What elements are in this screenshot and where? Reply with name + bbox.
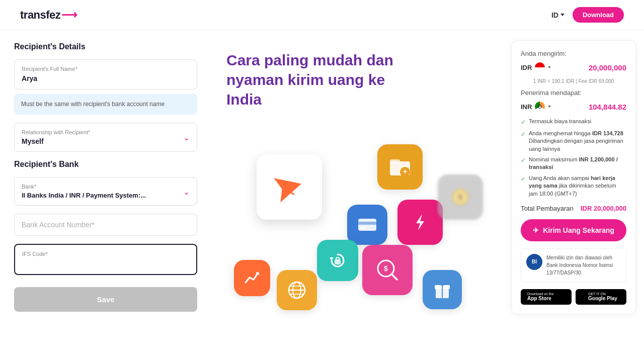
search-dollar-icon: $ (362, 245, 413, 295)
wallet-icon (347, 205, 387, 245)
googleplay-text: GET IT ON Google Play (588, 292, 617, 301)
relationship-group: Relationship with Recipient* Myself ⌄ (14, 123, 197, 152)
svg-rect-19 (335, 259, 341, 264)
fullname-input[interactable] (22, 74, 190, 82)
send-button[interactable]: ✈ Kirim Uang Sekarang (521, 219, 626, 241)
header-right: ID Download (551, 7, 624, 23)
benefit-item-4: ✓ Uang Anda akan sampai hari kerja yang … (521, 174, 626, 198)
fullname-hint: Must be the same with recipient's bank a… (14, 94, 197, 115)
appstore-text: Download on the App Store (527, 292, 554, 301)
save-button[interactable]: Save (14, 287, 197, 312)
benefit-item-3: ✓ Nominal maksimum INR 1,200,000 / trans… (521, 156, 626, 171)
folder-icon: + (377, 144, 423, 190)
relationship-chevron-icon: ⌄ (183, 133, 190, 142)
lang-selector[interactable]: ID (551, 11, 565, 19)
svg-marker-9 (416, 214, 424, 230)
bank-indonesia-logo: BI (526, 254, 542, 270)
fullname-label: Recipient's Full Name* (22, 66, 190, 72)
sending-chevron-icon (548, 66, 551, 68)
chevron-down-icon (560, 14, 565, 16)
account-number-input[interactable] (22, 221, 190, 229)
bank-label: Bank* (22, 184, 190, 190)
id-flag-icon (535, 62, 545, 72)
total-label: Total Pembayaran (521, 205, 574, 212)
sending-currency-code: IDR (521, 64, 532, 71)
middle-panel: Cara paling mudah dan nyaman kirim uang … (211, 30, 503, 362)
relationship-value: Myself (22, 137, 190, 145)
recipient-details-title: Recipient's Details (14, 42, 197, 51)
sending-label: Anda mengirim: (521, 50, 626, 57)
bank-chevron-icon: ⌄ (183, 187, 190, 196)
svg-marker-0 (274, 171, 304, 202)
logo: transfez⟶ (20, 9, 77, 22)
lightning-icon (397, 200, 443, 245)
fullname-group: Recipient's Full Name* Must be the same … (14, 59, 197, 115)
license-text: Memiliki izin dan diawasi oleh Bank Indo… (546, 254, 621, 277)
bank-group: Bank* ll Banks India / INR / Payment Sys… (14, 177, 197, 206)
bank-field[interactable]: Bank* ll Banks India / INR / Payment Sys… (14, 177, 197, 206)
in-flag-icon (535, 102, 545, 112)
benefit-item-1: ✓ Termasuk biaya transaksi (521, 118, 626, 127)
sending-currency-select[interactable]: IDR (521, 62, 551, 72)
total-row: Total Pembayaran IDR 20,000,000 (521, 205, 626, 212)
main-layout: Recipient's Details Recipient's Full Nam… (0, 30, 644, 362)
check-icon-1: ✓ (521, 118, 526, 127)
receiving-currency-select[interactable]: INR (521, 102, 551, 112)
refresh-icon (317, 240, 358, 281)
svg-point-12 (256, 272, 259, 275)
gift-icon (423, 270, 462, 309)
send-button-label: Kirim Uang Sekarang (543, 226, 614, 234)
paper-plane-icon (257, 154, 322, 220)
right-panel: Anda mengirim: IDR 20,000,000 1 INR = 19… (503, 30, 644, 362)
svg-rect-8 (360, 227, 366, 229)
ifs-code-field[interactable]: IFS Code* (14, 244, 197, 275)
check-icon-3: ✓ (521, 156, 526, 165)
svg-rect-7 (358, 222, 376, 225)
svg-marker-18 (330, 257, 334, 260)
receiving-chevron-icon (548, 106, 551, 108)
chart-icon (234, 260, 270, 296)
receiving-amount: 104,844.82 (589, 103, 626, 111)
svg-text:$: $ (384, 264, 388, 273)
relationship-label: Relationship with Recipient* (22, 129, 190, 135)
total-value: IDR 20,000,000 (581, 205, 626, 212)
app-icons-cluster: + $ (226, 124, 478, 315)
send-icon: ✈ (533, 226, 539, 234)
globe-icon (277, 270, 317, 310)
google-play-icon: ▶ (580, 292, 586, 302)
benefits-list: ✓ Termasuk biaya transaksi ✓ Anda menghe… (521, 118, 626, 198)
appstore-badge[interactable]: Download on the App Store (521, 289, 572, 305)
benefit-item-2: ✓ Anda menghemat hingga IDR 134,728 Diba… (521, 130, 626, 153)
receiving-label: Penerima mendapat: (521, 89, 626, 97)
svg-text:$: $ (458, 193, 462, 201)
receiving-row: INR 104,844.82 (521, 102, 626, 112)
coins-icon: $ (438, 174, 483, 220)
account-number-group (14, 214, 197, 236)
logo-arrow: ⟶ (61, 9, 77, 21)
googleplay-badge[interactable]: ▶ GET IT ON Google Play (576, 289, 626, 305)
transfer-card: Anda mengirim: IDR 20,000,000 1 INR = 19… (511, 40, 636, 314)
license-row: BI Memiliki izin dan diawasi oleh Bank I… (521, 248, 626, 282)
check-icon-4: ✓ (521, 175, 526, 184)
download-button[interactable]: Download (573, 7, 624, 23)
relationship-field[interactable]: Relationship with Recipient* Myself ⌄ (14, 123, 197, 152)
fullname-field[interactable]: Recipient's Full Name* (14, 59, 197, 89)
account-number-field[interactable] (14, 214, 197, 236)
ifs-code-label: IFS Code* (22, 251, 189, 257)
svg-text:+: + (403, 167, 407, 175)
bank-value: ll Banks India / INR / Payment System:..… (22, 192, 190, 199)
store-badges: Download on the App Store ▶ GET IT ON Go… (521, 289, 626, 305)
receiving-currency-code: INR (521, 103, 532, 111)
hero-title: Cara paling mudah dan nyaman kirim uang … (226, 50, 418, 109)
sending-amount: 20,000,000 (589, 63, 626, 72)
ifs-code-group: IFS Code* (14, 244, 197, 275)
svg-line-22 (391, 274, 397, 280)
ifs-code-input[interactable] (22, 259, 189, 267)
check-icon-2: ✓ (521, 130, 526, 139)
sending-row: IDR 20,000,000 (521, 62, 626, 72)
header: transfez⟶ ID Download (0, 0, 644, 30)
left-panel: Recipient's Details Recipient's Full Nam… (0, 30, 211, 362)
rate-text: 1 INR = 190.1 IDR | Fee IDR 69,000 (521, 78, 626, 84)
svg-rect-3 (390, 159, 400, 163)
bank-section-title: Recipient's Bank (14, 160, 197, 169)
